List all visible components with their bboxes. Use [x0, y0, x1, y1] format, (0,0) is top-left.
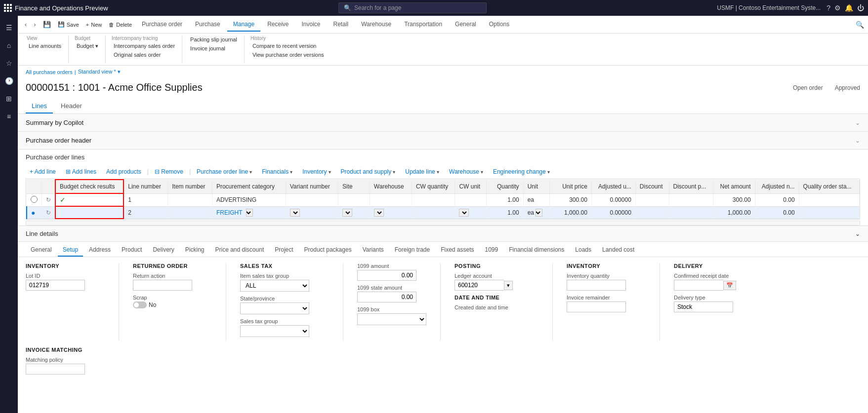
tab-invoice[interactable]: Invoice	[296, 18, 327, 32]
tab-manage[interactable]: Manage	[227, 18, 260, 32]
1099-amount-input[interactable]	[357, 270, 416, 281]
matching-policy-input[interactable]	[26, 364, 85, 375]
settings-icon[interactable]: ⚙	[834, 4, 841, 12]
tab-purchase-order[interactable]: Purchase order	[136, 18, 188, 32]
detail-tab-product-packages[interactable]: Product packages	[299, 244, 357, 257]
detail-tab-foreign-trade[interactable]: Foreign trade	[390, 244, 435, 257]
1099-state-amount-input[interactable]	[357, 292, 416, 302]
add-line-button[interactable]: + Add line	[26, 167, 60, 177]
row2-procurement-category[interactable]: FREIGHT	[212, 206, 286, 219]
row2-refresh[interactable]: ↻	[42, 206, 56, 219]
power-icon[interactable]: ⏻	[857, 4, 864, 12]
detail-tab-general[interactable]: General	[26, 244, 57, 257]
scrap-toggle[interactable]: No	[133, 301, 212, 308]
row1-refresh[interactable]: ↻	[42, 193, 56, 206]
detail-tab-fixed-assets[interactable]: Fixed assets	[436, 244, 479, 257]
row2-warehouse-select[interactable]	[374, 209, 384, 217]
tab-warehouse[interactable]: Warehouse	[355, 18, 397, 32]
detail-tab-loads[interactable]: Loads	[570, 244, 596, 257]
table-row[interactable]: ↻ ✓ 1 ADVERTISING	[27, 193, 860, 206]
po-line-button[interactable]: Purchase order line ▾	[193, 167, 256, 177]
section-header-copilot[interactable]: Summary by Copilot ⌄	[18, 114, 868, 131]
sales-tax-group-select[interactable]	[240, 325, 309, 337]
confirmed-receipt-date-input[interactable]	[674, 280, 723, 291]
lot-id-input[interactable]	[26, 280, 85, 291]
ledger-account-dropdown-btn[interactable]: ▾	[504, 281, 513, 290]
tab-retail[interactable]: Retail	[328, 18, 355, 32]
scrap-toggle-track[interactable]	[133, 301, 147, 308]
invoice-journal-button[interactable]: Invoice journal	[187, 44, 240, 52]
forward-button[interactable]: ›	[31, 19, 39, 30]
compare-recent-button[interactable]: Compare to recent version	[249, 42, 327, 50]
budget-dropdown-button[interactable]: Budget ▾	[74, 42, 101, 50]
inventory-quantity-input[interactable]	[567, 280, 626, 291]
save-button[interactable]: 💾 Save	[55, 20, 82, 29]
detail-tab-variants[interactable]: Variants	[358, 244, 389, 257]
notification-icon[interactable]: 🔔	[845, 4, 853, 12]
add-products-button[interactable]: Add products	[102, 167, 145, 177]
row2-cwunit-select[interactable]	[459, 209, 469, 217]
sidebar-menu-icon[interactable]: ☰	[1, 20, 17, 36]
detail-tab-1099[interactable]: 1099	[480, 244, 503, 257]
engineering-change-button[interactable]: Engineering change ▾	[489, 167, 554, 177]
help-icon[interactable]: ?	[827, 4, 830, 12]
sidebar-modules-icon[interactable]: ⊞	[1, 91, 17, 107]
detail-tab-address[interactable]: Address	[84, 244, 116, 257]
delete-button[interactable]: 🗑 Delete	[106, 21, 135, 29]
new-button[interactable]: + New	[83, 21, 105, 29]
item-sales-tax-select[interactable]: ALL	[240, 280, 309, 292]
row2-unit-select[interactable]	[536, 209, 542, 217]
tab-receive[interactable]: Receive	[261, 18, 294, 32]
table-row[interactable]: ● ↻ 2 FREIGHT	[27, 206, 860, 219]
update-line-button[interactable]: Update line ▾	[401, 167, 443, 177]
remove-button[interactable]: ⊟ Remove	[151, 167, 187, 177]
back-button[interactable]: ‹	[22, 19, 30, 30]
line-amounts-button[interactable]: Line amounts	[26, 42, 64, 50]
detail-tab-price-discount[interactable]: Price and discount	[210, 244, 269, 257]
tab-options[interactable]: Options	[483, 18, 515, 32]
detail-tab-project[interactable]: Project	[270, 244, 298, 257]
1099-box-select[interactable]	[357, 313, 426, 325]
tab-general[interactable]: General	[449, 18, 482, 32]
product-supply-button[interactable]: Product and supply ▾	[337, 167, 400, 177]
sidebar-star-icon[interactable]: ☆	[1, 55, 17, 71]
view-po-versions-button[interactable]: View purchase order versions	[249, 51, 327, 59]
horizontal-scrollbar[interactable]	[26, 221, 860, 225]
original-sales-order-button[interactable]: Original sales order	[111, 51, 178, 59]
all-purchase-orders-link[interactable]: All purchase orders	[26, 69, 73, 75]
delivery-type-input[interactable]	[674, 301, 733, 312]
add-lines-button[interactable]: ⊞ Add lines	[62, 167, 100, 177]
ribbon-search-button[interactable]: 🔍	[856, 21, 864, 29]
search-bar[interactable]: 🔍 Search for a page	[338, 2, 487, 13]
detail-tab-picking[interactable]: Picking	[180, 244, 209, 257]
detail-tab-product[interactable]: Product	[117, 244, 147, 257]
state-province-select[interactable]	[240, 302, 309, 314]
invoice-remainder-input[interactable]	[567, 301, 626, 312]
confirmed-receipt-date-calendar-btn[interactable]: 📅	[723, 281, 736, 290]
row1-sel[interactable]	[27, 193, 42, 206]
sidebar-list-icon[interactable]: ≡	[1, 109, 17, 124]
save-disk-button[interactable]: 💾	[40, 19, 54, 30]
tab-transportation[interactable]: Transportation	[398, 18, 448, 32]
ledger-account-input[interactable]	[455, 280, 504, 291]
content-tab-header[interactable]: Header	[55, 99, 88, 113]
packing-slip-journal-button[interactable]: Packing slip journal	[187, 36, 240, 43]
row2-variant-select[interactable]	[290, 209, 300, 217]
line-details-header[interactable]: Line details ⌄	[18, 226, 868, 242]
standard-view-link[interactable]: Standard view * ▾	[78, 69, 121, 75]
app-logo[interactable]: Finance and Operations Preview	[4, 4, 108, 12]
tab-purchase[interactable]: Purchase	[189, 18, 226, 32]
row2-sel[interactable]: ●	[27, 206, 42, 219]
detail-tab-setup[interactable]: Setup	[58, 244, 83, 257]
detail-tab-financial-dimensions[interactable]: Financial dimensions	[504, 244, 569, 257]
intercompany-sales-order-button[interactable]: Intercompany sales order	[111, 42, 178, 50]
detail-tab-landed-cost[interactable]: Landed cost	[597, 244, 639, 257]
sidebar-recent-icon[interactable]: 🕐	[1, 73, 17, 89]
row2-site-select[interactable]	[342, 209, 352, 217]
sidebar-home-icon[interactable]: ⌂	[1, 38, 17, 53]
financials-button[interactable]: Financials ▾	[258, 167, 296, 177]
detail-tab-delivery[interactable]: Delivery	[148, 244, 179, 257]
warehouse-btn[interactable]: Warehouse ▾	[445, 167, 487, 177]
inventory-button[interactable]: Inventory ▾	[298, 167, 334, 177]
return-action-input[interactable]	[133, 280, 192, 291]
